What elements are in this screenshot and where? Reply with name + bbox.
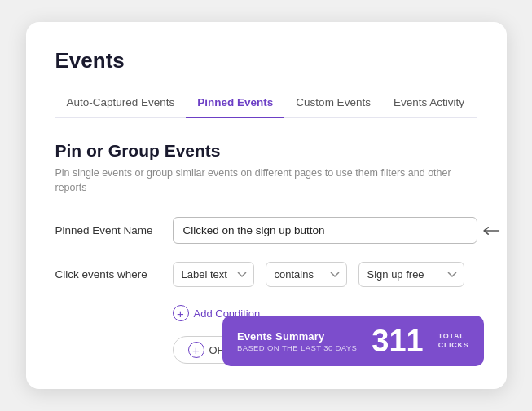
label-text-select[interactable]: Label text: [173, 262, 254, 287]
filter-row: Click events where Label text contains S…: [55, 262, 477, 287]
page-title: Events: [55, 48, 477, 73]
summary-total-label: TOTAL: [438, 332, 465, 341]
summary-clicks-label: CLICKS: [438, 341, 469, 350]
section-description: Pin single events or group similar event…: [55, 166, 477, 197]
summary-right-label: TOTAL CLICKS: [438, 332, 469, 350]
tab-auto-captured[interactable]: Auto-Captured Events: [55, 90, 187, 118]
pinned-event-label: Pinned Event Name: [55, 224, 161, 236]
add-condition-icon: +: [173, 305, 189, 321]
tab-custom-events[interactable]: Custom Events: [284, 90, 382, 118]
section-title: Pin or Group Events: [55, 141, 477, 161]
signup-free-select[interactable]: Sign up free: [358, 262, 464, 287]
contains-select[interactable]: contains: [266, 262, 347, 287]
tab-pinned-events[interactable]: Pinned Events: [186, 90, 284, 118]
main-card: Events Auto-Captured Events Pinned Event…: [26, 22, 507, 389]
pinned-event-row: Pinned Event Name: [55, 217, 477, 244]
pinned-event-input[interactable]: [173, 217, 477, 244]
summary-count: 311: [372, 325, 423, 356]
summary-subtitle: BASED ON THE LAST 30 DAYS: [237, 343, 357, 352]
tab-bar: Auto-Captured Events Pinned Events Custo…: [55, 90, 477, 118]
filter-label: Click events where: [55, 268, 161, 281]
summary-left: Events Summary BASED ON THE LAST 30 DAYS: [237, 330, 357, 352]
arrow-indicator: [477, 223, 500, 238]
summary-title: Events Summary: [237, 330, 357, 342]
pinned-input-wrap: [173, 217, 477, 244]
tab-events-activity[interactable]: Events Activity: [382, 90, 476, 118]
or-plus-icon: +: [188, 342, 204, 358]
events-summary-badge: Events Summary BASED ON THE LAST 30 DAYS…: [222, 316, 484, 366]
